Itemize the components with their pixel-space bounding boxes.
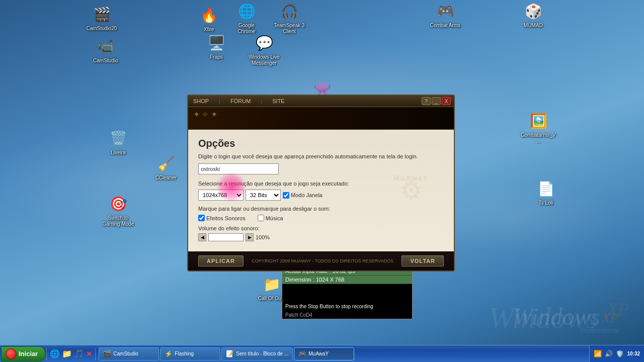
header-decoration: ✦ ✧ ✦	[193, 110, 217, 119]
taskbar-item-camstudio[interactable]: 🎬 CamStudio	[99, 347, 159, 360]
taskbar-item-notepad[interactable]: 📝 Sem título - Bloco de ...	[221, 347, 293, 360]
combatarms-v-icon: 🖼️	[528, 111, 548, 131]
effects-checkbox[interactable]	[198, 215, 205, 221]
combat-arms-icon: 🎮	[435, 1, 455, 21]
menu-site[interactable]: SITE	[270, 98, 286, 105]
volume-increase-button[interactable]: ▶	[246, 233, 254, 241]
close-button[interactable]: X	[442, 97, 451, 105]
desktop-icon-xfire[interactable]: 🔥 Xfire	[191, 5, 226, 33]
ts-loli-label: Ts Loli	[539, 200, 553, 206]
menu-shop[interactable]: SHOP	[191, 98, 211, 105]
sound-description: Marque para ligar ou desmarque para desl…	[198, 206, 444, 212]
start-button[interactable]: Iniciar	[1, 346, 45, 361]
login-input[interactable]	[198, 163, 279, 174]
camstudio-taskbar-icon: 🎬	[103, 350, 111, 358]
taskbar: Iniciar 🌐 📁 🎵 ✕ 🎬 CamStudio ⚡ Flashing 📝…	[0, 345, 644, 362]
sound-row: Efeitos Sonoros Música	[198, 215, 444, 221]
desktop-icon-camstudio[interactable]: 📹 CamStudio	[88, 36, 123, 64]
bits-select[interactable]: 32 Bits 16 Bits	[246, 190, 281, 201]
chrome-icon: 🌐	[236, 1, 257, 21]
camstudio20-label: CamStudio20	[87, 26, 117, 32]
tray-network-icon: 📶	[594, 350, 602, 357]
taskbar-separator-2	[95, 348, 96, 360]
ccleaner-icon: 🧹	[156, 153, 176, 173]
dialog-content: ⚙ MuAwaY Opções Digite o login que você …	[188, 130, 454, 251]
combat-arms-label: Combat Arms	[430, 23, 461, 29]
window-mode-checkbox[interactable]	[283, 192, 289, 199]
resolution-description: Selecione a resolução que deseja que o j…	[198, 180, 444, 187]
start-orb	[6, 348, 17, 359]
desktop-icon-combatarms-v[interactable]: 🖼️ Combatarms_V...	[521, 111, 556, 144]
copyright-text: COPYRIGHT 2009 MUAWAY - TODOS OS DIREITO…	[244, 258, 402, 263]
switch-gaming-label: Switch to Gaming Mode	[101, 215, 136, 227]
tray-sound-icon: 🔊	[605, 350, 613, 357]
desktop-icon-google-chrome[interactable]: 🌐 Google Chrome	[229, 1, 264, 35]
desktop-icon-combat-arms[interactable]: 🎮 Combat Arms	[428, 1, 463, 29]
camstudio20-icon: 🎬	[92, 4, 112, 24]
main-dialog: SHOP | FÓRUM | SITE ? _ X ✦ ✧ ✦ ⚙ MuAwaY…	[187, 95, 455, 272]
desktop-icon-teamspeak[interactable]: 🎧 TeamSpeak 3 Client	[272, 1, 307, 35]
effects-label: Efeitos Sonoros	[206, 215, 246, 221]
minimize-button[interactable]: _	[432, 97, 441, 105]
desktop-icon-mumad[interactable]: 🎲 MUMAD	[516, 1, 551, 29]
desktop: Windows XP Windows XP Professional 🎬 Cam…	[0, 0, 644, 362]
ie-icon[interactable]: 🌐	[50, 349, 60, 358]
info-graph	[282, 284, 412, 302]
system-tray: 📶 🔊 🛡️ 10:32	[589, 345, 644, 362]
tray-security-icon: 🛡️	[616, 350, 624, 357]
windows-xp-text: Windows XP Professional	[513, 303, 619, 334]
music-checkbox-label[interactable]: Música	[258, 215, 283, 221]
mumad-icon: 🎲	[523, 1, 543, 21]
desktop-icon-fraps[interactable]: 🖥️ Fraps	[199, 33, 234, 60]
desktop-icon-switch-gaming[interactable]: 🎯 Switch to Gaming Mode	[101, 194, 136, 227]
notepad-taskbar-icon: 📝	[226, 350, 234, 358]
camstudio-taskbar-label: CamStudio	[113, 351, 138, 356]
dialog-menu: SHOP | FÓRUM | SITE	[191, 98, 287, 105]
window-mode-label: Modo Janela	[291, 192, 323, 198]
camstudio-icon: 📹	[96, 36, 116, 56]
resolution-select[interactable]: 1024x768 800x600 1280x1024	[198, 190, 244, 201]
lixeira-icon: 🗑️	[108, 128, 128, 148]
explorer-icon[interactable]: 📁	[62, 349, 72, 358]
dialog-controls: ? _ X	[422, 97, 451, 105]
xfire-label: Xfire	[204, 27, 214, 33]
dimension-row: Dimension : 1024 X 768	[282, 276, 412, 284]
flashing-taskbar-label: Flashing	[175, 351, 194, 356]
quick-launch: 🌐 📁 🎵 ✕	[48, 349, 94, 358]
back-button[interactable]: VOLTAR	[401, 255, 444, 266]
desktop-icon-ccleaner[interactable]: 🧹 CCleaner	[148, 153, 184, 181]
desktop-icon-lixeira[interactable]: 🗑️ Lixeira	[101, 128, 136, 156]
taskbar-items: 🎬 CamStudio ⚡ Flashing 📝 Sem título - Bl…	[99, 345, 589, 362]
apply-button[interactable]: APLICAR	[198, 255, 244, 266]
call-of-duty-label: Call Of Duty	[258, 296, 285, 302]
mumad-label: MUMAD	[524, 23, 543, 29]
resolution-row: 1024x768 800x600 1280x1024 32 Bits 16 Bi…	[198, 190, 444, 201]
volume-row: ◀ ▶ 100%	[198, 233, 444, 241]
windows-live-icon: 💬	[254, 33, 274, 53]
info-panel: Actual Input Rate : 16.62 fps Dimension …	[282, 266, 413, 319]
desktop-icon-ts-loli[interactable]: 📄 Ts Loli	[528, 178, 564, 206]
music-checkbox[interactable]	[258, 215, 264, 221]
help-button[interactable]: ?	[422, 97, 431, 105]
volume-decrease-button[interactable]: ◀	[198, 233, 206, 241]
fraps-icon: 🖥️	[206, 33, 226, 53]
muaway-taskbar-icon: 🎮	[298, 350, 306, 358]
window-mode-checkbox-label[interactable]: Modo Janela	[283, 192, 323, 199]
menu-forum[interactable]: FÓRUM	[228, 98, 253, 105]
desktop-icon-windows-live[interactable]: 💬 Windows Live Messenger	[247, 33, 282, 66]
media-icon[interactable]: 🎵	[74, 349, 84, 358]
taskbar-item-flashing[interactable]: ⚡ Flashing	[160, 347, 220, 360]
volume-percentage: 100%	[256, 234, 270, 240]
lixeira-label: Lixeira	[111, 150, 125, 156]
taskbar-item-muaway[interactable]: 🎮 MuAwaY	[294, 347, 354, 360]
effects-checkbox-label[interactable]: Efeitos Sonoros	[198, 215, 246, 221]
notepad-taskbar-label: Sem título - Bloco de ...	[236, 351, 288, 356]
desktop-icon-camstudio20[interactable]: 🎬 CamStudio20	[84, 4, 119, 32]
dialog-footer: APLICAR COPYRIGHT 2009 MUAWAY - TODOS OS…	[188, 251, 454, 270]
dialog-title: Opções	[198, 138, 444, 149]
teamspeak-icon: 🎧	[279, 1, 299, 21]
switch-gaming-icon: 🎯	[108, 194, 128, 214]
close-quick-icon[interactable]: ✕	[86, 350, 92, 358]
volume-bar	[208, 233, 244, 241]
taskbar-clock: 10:32	[627, 351, 640, 356]
